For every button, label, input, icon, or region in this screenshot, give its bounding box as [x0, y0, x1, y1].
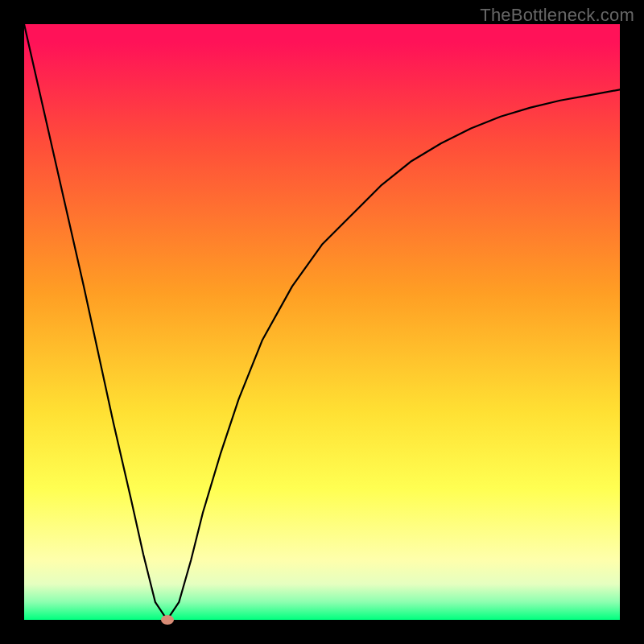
- watermark-text: TheBottleneck.com: [480, 5, 634, 26]
- chart-plot-area: [24, 24, 620, 620]
- bottleneck-curve: [24, 24, 620, 620]
- optimal-point-marker: [161, 615, 174, 625]
